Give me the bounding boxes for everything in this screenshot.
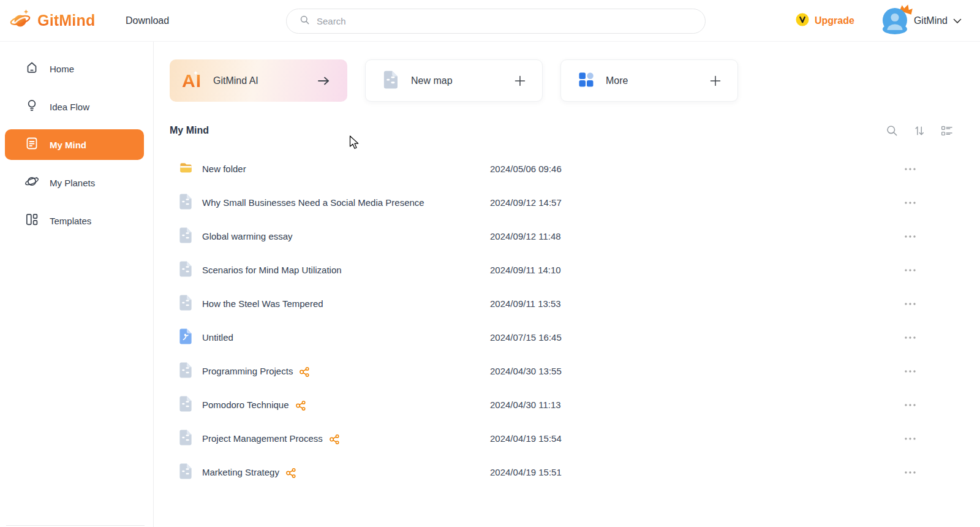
document-lines-icon: [24, 136, 39, 153]
sort-button[interactable]: [913, 124, 925, 137]
main-content: ✦ AI GitMind AI: [154, 42, 980, 527]
sidebar-label: Idea Flow: [50, 102, 89, 112]
shared-icon: [295, 400, 306, 411]
file-date: 2024/04/30 11:13: [490, 400, 561, 410]
planet-icon: [24, 174, 39, 191]
file-row[interactable]: Untitled 2024/07/15 16:45: [170, 320, 953, 354]
file-row[interactable]: Marketing Strategy 2024/04/19 15:51: [170, 455, 953, 489]
row-menu-button[interactable]: [902, 298, 918, 310]
gitmind-app: GitMind Download Upgrade: [0, 0, 980, 527]
file-type-icon: [179, 362, 194, 381]
account-name: GitMind: [914, 15, 948, 26]
file-date: 2024/07/15 16:45: [490, 332, 562, 343]
file-date: 2024/09/11 13:53: [490, 298, 561, 309]
document-icon: [179, 463, 193, 482]
file-name: Untitled: [202, 332, 233, 343]
file-name: Project Management Process: [202, 433, 323, 444]
gitmind-ai-card[interactable]: ✦ AI GitMind AI: [170, 59, 347, 102]
file-row[interactable]: New folder 2024/05/06 09:46: [170, 152, 953, 186]
file-row[interactable]: Why Small Businesses Need a Social Media…: [170, 186, 953, 219]
file-row[interactable]: Programming Projects 2024/04/30 13:55: [170, 354, 953, 388]
list-view-button[interactable]: [940, 124, 953, 137]
file-name: Why Small Businesses Need a Social Media…: [202, 197, 424, 208]
row-menu-button[interactable]: [902, 466, 918, 479]
row-menu-button[interactable]: [902, 332, 918, 344]
file-date: 2024/05/06 09:46: [490, 164, 562, 174]
row-menu-button[interactable]: [902, 433, 918, 445]
gitmind-planet-icon: [9, 8, 32, 34]
lightbulb-icon: [24, 98, 39, 115]
vip-badge-icon: [796, 13, 809, 29]
file-type-icon: [179, 161, 194, 176]
brand-name: GitMind: [37, 12, 95, 29]
file-row[interactable]: Global warming essay 2024/09/12 11:48: [170, 219, 953, 253]
row-menu-button[interactable]: [902, 163, 918, 175]
new-map-document-icon: [383, 70, 399, 91]
new-map-card[interactable]: New map: [365, 59, 543, 102]
global-search: [286, 9, 706, 34]
arrow-right-icon: [317, 75, 331, 87]
sidebar-label: Templates: [50, 216, 91, 226]
sidebar-item-my-mind[interactable]: My Mind: [5, 129, 144, 160]
file-name: Marketing Strategy: [202, 467, 279, 477]
card-label: More: [606, 75, 628, 86]
flow-document-icon: [179, 328, 193, 347]
row-menu-button[interactable]: [902, 197, 918, 209]
file-date: 2024/04/19 15:51: [490, 467, 562, 477]
account-menu[interactable]: GitMind: [883, 8, 962, 34]
file-date: 2024/04/30 13:55: [490, 366, 562, 376]
top-header: GitMind Download Upgrade: [0, 0, 980, 42]
folder-icon: [179, 161, 193, 176]
plus-icon: [514, 75, 526, 87]
sidebar-item-templates[interactable]: Templates: [5, 205, 144, 236]
document-icon: [179, 193, 193, 212]
file-name: How the Steel Was Tempered: [202, 298, 323, 309]
file-row[interactable]: Project Management Process 2024/04/19 15…: [170, 422, 953, 455]
document-icon: [179, 294, 193, 313]
row-menu-button[interactable]: [902, 365, 918, 377]
shared-icon: [329, 434, 340, 445]
row-menu-button[interactable]: [902, 230, 918, 243]
section-title: My Mind: [170, 125, 209, 136]
file-date: 2024/09/12 11:48: [490, 231, 561, 241]
file-row[interactable]: Scenarios for Mind Map Utilization 2024/…: [170, 253, 953, 287]
file-type-icon: [179, 193, 194, 212]
file-row[interactable]: How the Steel Was Tempered 2024/09/11 13…: [170, 287, 953, 320]
card-label: GitMind AI: [213, 75, 258, 86]
upgrade-button[interactable]: Upgrade: [796, 13, 854, 29]
file-type-icon: [179, 395, 194, 414]
section-tools: [886, 124, 953, 137]
document-icon: [179, 429, 193, 448]
file-name: Global warming essay: [202, 231, 293, 241]
row-menu-button[interactable]: [902, 399, 918, 411]
more-grid-icon: [578, 72, 594, 90]
more-card[interactable]: More: [560, 59, 738, 102]
document-icon: [179, 395, 193, 414]
user-avatar-icon: [883, 24, 907, 34]
templates-grid-icon: [24, 212, 39, 229]
my-mind-section-header: My Mind: [170, 123, 953, 138]
search-input[interactable]: [317, 16, 705, 26]
sidebar-item-home[interactable]: Home: [5, 53, 144, 84]
document-icon: [179, 362, 193, 381]
file-row[interactable]: Pomodoro Technique 2024/04/30 11:13: [170, 388, 953, 422]
file-date: 2024/04/19 15:54: [490, 433, 562, 444]
file-type-icon: [179, 328, 194, 347]
file-type-icon: [179, 429, 194, 448]
file-type-icon: [179, 463, 194, 482]
file-type-icon: [179, 294, 194, 313]
card-label: New map: [411, 75, 453, 86]
search-icon: [300, 15, 310, 28]
brand-logo[interactable]: GitMind: [0, 8, 118, 34]
document-icon: [179, 260, 193, 279]
file-list: New folder 2024/05/06 09:46: [170, 152, 953, 489]
sidebar-item-idea-flow[interactable]: Idea Flow: [5, 91, 144, 122]
file-name: New folder: [202, 164, 246, 174]
file-name: Pomodoro Technique: [202, 400, 289, 410]
search-files-button[interactable]: [886, 124, 898, 137]
sidebar-item-my-planets[interactable]: My Planets: [5, 167, 144, 198]
download-link[interactable]: Download: [126, 15, 169, 26]
upgrade-label: Upgrade: [815, 15, 854, 26]
row-menu-button[interactable]: [902, 264, 918, 276]
quick-action-cards: ✦ AI GitMind AI: [170, 59, 953, 102]
